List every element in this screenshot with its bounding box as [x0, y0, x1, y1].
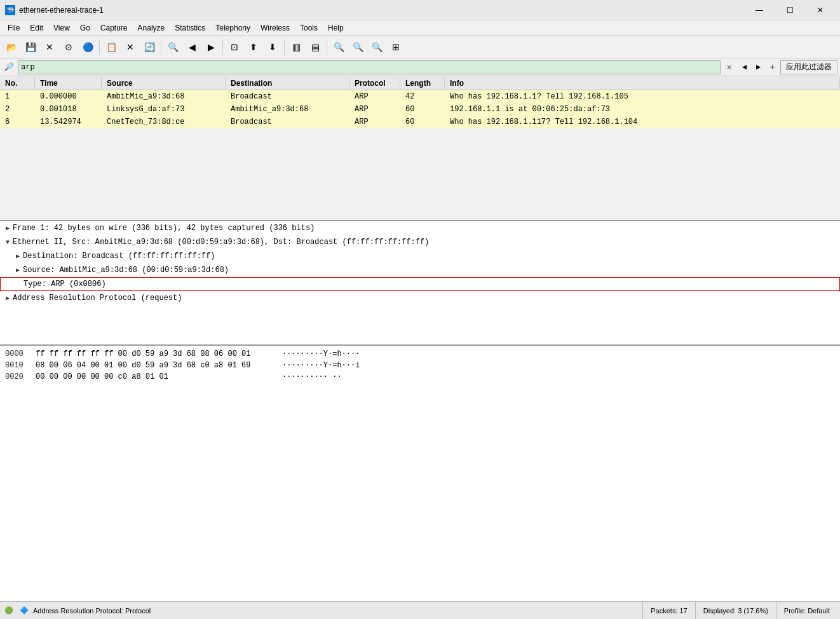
filter-bookmark-icon[interactable]: ◀ [738, 61, 751, 74]
cell-protocol: ARP [349, 104, 400, 114]
menu-capture[interactable]: Capture [95, 21, 133, 35]
menu-file[interactable]: File [3, 21, 25, 35]
cell-time: 0.000000 [35, 92, 102, 102]
reload-button[interactable]: ⊙ [60, 38, 78, 56]
maximize-button[interactable]: ☐ [775, 0, 804, 20]
toolbar-sep-4 [284, 39, 285, 55]
colorize-button[interactable]: ▥ [287, 38, 305, 56]
hex-offset: 0020 [5, 372, 30, 381]
detail-row-source[interactable]: ▶ Source: AmbitMic_a9:3d:68 (00:d0:59:a9… [0, 263, 840, 277]
refresh-button[interactable]: 🔄 [140, 38, 158, 56]
zoom-out-button[interactable]: 🔍 [349, 38, 367, 56]
cell-length: 60 [400, 104, 445, 114]
filter-apply-button[interactable]: 应用此过滤器 [780, 60, 837, 74]
zoom-reset-button[interactable]: 🔍 [368, 38, 386, 56]
menu-edit[interactable]: Edit [25, 21, 48, 35]
capture-button[interactable]: 🔵 [79, 38, 97, 56]
cell-length: 60 [400, 117, 445, 127]
app-icon: 🦈 [5, 5, 15, 15]
detail-row-destination[interactable]: ▶ Destination: Broadcast (ff:ff:ff:ff:ff… [0, 249, 840, 263]
expand-icon: ▶ [13, 266, 23, 274]
cell-time: 0.001018 [35, 104, 102, 114]
zoom-in-button[interactable]: 🔍 [330, 38, 348, 56]
filter-right-buttons: ◀ ▶ [738, 61, 765, 74]
go-to-button[interactable]: ⊡ [226, 38, 243, 56]
status-ready-icon: 🟢 [3, 604, 15, 617]
hex-offset: 0000 [5, 350, 30, 358]
hex-panel: 0000 ff ff ff ff ff ff 00 d0 59 a9 3d 68… [0, 346, 840, 601]
hex-bytes: ff ff ff ff ff ff 00 d0 59 a9 3d 68 08 0… [36, 350, 277, 358]
autoscroll-button[interactable]: ▤ [306, 38, 324, 56]
header-protocol: Protocol [349, 78, 400, 89]
cell-info: 192.168.1.1 is at 00:06:25:da:af:73 [445, 104, 840, 114]
cell-no: 6 [0, 117, 35, 127]
cell-source: LinksysG_da:af:73 [102, 104, 226, 114]
toolbar-sep-1 [99, 39, 100, 55]
menu-help[interactable]: Help [323, 21, 349, 35]
menu-analyze[interactable]: Analyze [133, 21, 170, 35]
resize-columns-button[interactable]: ⊞ [387, 38, 405, 56]
menu-go[interactable]: Go [75, 21, 95, 35]
status-right: Packets: 17 Displayed: 3 (17.6%) Profile… [642, 602, 837, 620]
first-button[interactable]: ⬆ [245, 38, 262, 56]
table-row[interactable]: 1 0.000000 AmbitMic_a9:3d:68 Broadcast A… [0, 90, 840, 103]
hex-bytes: 00 00 00 00 00 00 c0 a8 01 01 [36, 372, 277, 381]
close-button[interactable]: ✕ [806, 0, 835, 20]
toolbar-sep-5 [327, 39, 327, 55]
last-button[interactable]: ⬇ [264, 38, 281, 56]
cell-destination: Broadcast [226, 117, 349, 127]
toolbar-sep-3 [222, 39, 223, 55]
detail-row-frame[interactable]: ▶ Frame 1: 42 bytes on wire (336 bits), … [0, 221, 840, 235]
detail-row-type[interactable]: Type: ARP (0x0806) [0, 277, 840, 291]
filter-clear-button[interactable]: ✕ [723, 61, 736, 74]
filter-arrow-icon[interactable]: ▶ [752, 61, 765, 74]
hex-bytes: 08 00 06 04 00 01 00 d0 59 a9 3d 68 c0 a… [36, 361, 277, 370]
toolbar: 📂 💾 ✕ ⊙ 🔵 📋 ✕ 🔄 🔍 ◀ ▶ ⊡ ⬆ ⬇ ▥ ▤ 🔍 🔍 🔍 ⊞ [0, 36, 840, 58]
hex-row: 0010 08 00 06 04 00 01 00 d0 59 a9 3d 68… [5, 360, 835, 371]
prev-button[interactable]: ◀ [183, 38, 201, 56]
status-left: 🟢 🔷 Address Resolution Protocol: Protoco… [3, 604, 642, 617]
open-button[interactable]: 📂 [3, 38, 20, 56]
detail-row-ethernet[interactable]: ▼ Ethernet II, Src: AmbitMic_a9:3d:68 (0… [0, 235, 840, 249]
header-source: Source [102, 78, 226, 89]
cell-info: Who has 192.168.1.117? Tell 192.168.1.10… [445, 117, 840, 127]
copy-button[interactable]: 📋 [102, 38, 120, 56]
hex-ascii: ·········· ·· [282, 372, 835, 381]
minimize-button[interactable]: — [745, 0, 774, 20]
hex-row: 0020 00 00 00 00 00 00 c0 a8 01 01 ·····… [5, 371, 835, 383]
menu-telephony[interactable]: Telephony [210, 21, 255, 35]
next-button[interactable]: ▶ [202, 38, 220, 56]
filter-icon: 🔎 [3, 61, 15, 74]
filter-input[interactable] [18, 60, 721, 74]
window-controls: — ☐ ✕ [745, 0, 835, 20]
header-info: Info [445, 78, 840, 89]
save-button[interactable]: 💾 [22, 38, 39, 56]
expand-icon: ▼ [3, 239, 13, 246]
window-title: ethernet-ethereal-trace-1 [19, 6, 745, 15]
cell-time: 13.542974 [35, 117, 102, 127]
expand-icon [13, 281, 24, 288]
menu-view[interactable]: View [48, 21, 75, 35]
detail-text: Destination: Broadcast (ff:ff:ff:ff:ff:f… [23, 252, 215, 261]
close-capture-button[interactable]: ✕ [41, 38, 58, 56]
clear-button[interactable]: ✕ [121, 38, 139, 56]
cell-destination: AmbitMic_a9:3d:68 [226, 104, 349, 114]
table-row[interactable]: 2 0.001018 LinksysG_da:af:73 AmbitMic_a9… [0, 103, 840, 116]
hex-row: 0000 ff ff ff ff ff ff 00 d0 59 a9 3d 68… [5, 348, 835, 360]
status-displayed: Displayed: 3 (17.6%) [695, 602, 776, 620]
cell-length: 42 [400, 92, 445, 102]
filter-plus-button[interactable]: + [768, 62, 778, 72]
detail-text: Type: ARP (0x0806) [24, 280, 106, 289]
menu-wireless[interactable]: Wireless [255, 21, 295, 35]
table-row[interactable]: 6 13.542974 CnetTech_73:8d:ce Broadcast … [0, 116, 840, 128]
header-length: Length [400, 78, 445, 89]
packet-list-body: 1 0.000000 AmbitMic_a9:3d:68 Broadcast A… [0, 90, 840, 220]
filter-bar: 🔎 ✕ ◀ ▶ + 应用此过滤器 [0, 58, 840, 76]
status-profile: Profile: Default [776, 602, 837, 620]
find-button[interactable]: 🔍 [164, 38, 182, 56]
detail-row-arp[interactable]: ▶ Address Resolution Protocol (request) [0, 291, 840, 305]
packet-list-panel: No. Time Source Destination Protocol Len… [0, 76, 840, 221]
menu-statistics[interactable]: Statistics [170, 21, 210, 35]
header-destination: Destination [226, 78, 349, 89]
menu-tools[interactable]: Tools [295, 21, 323, 35]
